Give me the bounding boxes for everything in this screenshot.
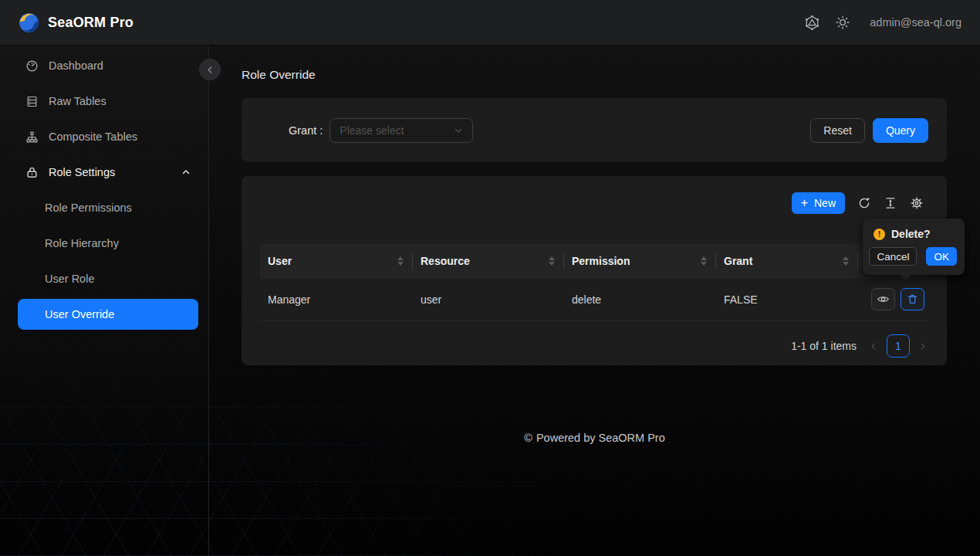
cell-grant: FALSE bbox=[716, 293, 858, 306]
sidebar-subitem-label: User Role bbox=[45, 273, 94, 285]
sidebar-subitem-label: Role Permissions bbox=[45, 202, 132, 214]
pagination-total: 1-1 of 1 items bbox=[791, 340, 857, 352]
popconfirm-title: Delete? bbox=[891, 228, 931, 240]
chevron-up-icon bbox=[181, 168, 191, 177]
view-row-button[interactable] bbox=[871, 288, 895, 310]
cell-user: Manager bbox=[260, 293, 413, 306]
settings-gear-icon[interactable] bbox=[910, 196, 924, 210]
popconfirm-ok-button[interactable]: OK bbox=[926, 247, 957, 266]
table-header-row: User Resource Permission Grant bbox=[260, 243, 928, 279]
reload-icon[interactable] bbox=[857, 196, 871, 210]
reset-button[interactable]: Reset bbox=[810, 118, 865, 143]
delete-popconfirm: ! Delete? Cancel OK bbox=[863, 219, 965, 275]
cell-permission: delete bbox=[564, 293, 716, 306]
pagination: 1-1 of 1 items 1 bbox=[791, 334, 928, 358]
sidebar-item-label: Role Settings bbox=[49, 166, 171, 178]
sidebar-subitem-label: Role Hierarchy bbox=[45, 237, 119, 249]
pagination-prev-icon[interactable] bbox=[868, 342, 880, 351]
brand: SeaORM Pro bbox=[19, 12, 133, 33]
chevron-down-icon bbox=[454, 126, 463, 135]
footer-text: Powered by SeaORM Pro bbox=[536, 432, 665, 444]
grant-filter-label: Grant : bbox=[289, 124, 323, 137]
sorter-icon bbox=[397, 256, 404, 266]
sidebar-subitem-label: User Override bbox=[45, 308, 114, 320]
raw-tables-icon bbox=[25, 95, 39, 108]
sidebar-item-raw-tables[interactable]: Raw Tables bbox=[18, 86, 198, 117]
composite-tables-icon bbox=[25, 131, 39, 144]
page-title: Role Override bbox=[242, 68, 316, 82]
brand-name: SeaORM Pro bbox=[48, 15, 133, 31]
sidebar-item-dashboard[interactable]: Dashboard bbox=[18, 50, 198, 81]
dashboard-icon bbox=[25, 59, 39, 73]
column-header-permission[interactable]: Permission bbox=[564, 243, 716, 279]
top-bar: SeaORM Pro bbox=[0, 0, 980, 46]
pagination-page-1[interactable]: 1 bbox=[887, 334, 910, 358]
delete-row-button[interactable] bbox=[901, 288, 924, 310]
trash-icon bbox=[907, 293, 918, 305]
copyright-icon: © bbox=[524, 432, 532, 444]
results-panel: + New bbox=[242, 176, 947, 365]
user-email[interactable]: admin@sea-ql.org bbox=[870, 16, 961, 29]
sidebar-item-role-hierarchy[interactable]: Role Hierarchy bbox=[18, 228, 198, 259]
top-bar-right: admin@sea-ql.org bbox=[804, 15, 961, 31]
new-button[interactable]: + New bbox=[792, 192, 845, 214]
table-toolbar: + New bbox=[792, 192, 924, 214]
popconfirm-cancel-button[interactable]: Cancel bbox=[869, 247, 917, 266]
table-row: Manager user delete FALSE bbox=[260, 279, 928, 320]
sidebar-item-user-override[interactable]: User Override bbox=[18, 299, 198, 330]
query-button[interactable]: Query bbox=[873, 118, 928, 143]
pagination-next-icon[interactable] bbox=[917, 342, 928, 351]
sidebar-item-composite-tables[interactable]: Composite Tables bbox=[18, 121, 198, 152]
column-header-grant[interactable]: Grant bbox=[716, 243, 858, 279]
lock-icon bbox=[25, 166, 39, 179]
cell-resource: user bbox=[413, 293, 564, 306]
sorter-icon bbox=[549, 256, 555, 266]
sidebar: Dashboard Raw Tables bbox=[0, 46, 209, 556]
column-header-user[interactable]: User bbox=[260, 243, 413, 279]
new-button-label: New bbox=[814, 197, 836, 209]
seaorm-logo-icon bbox=[19, 12, 39, 33]
filter-panel: Grant : Please select Reset Query bbox=[242, 98, 947, 162]
graphql-icon[interactable] bbox=[804, 15, 820, 31]
sidebar-item-label: Composite Tables bbox=[49, 131, 191, 143]
column-height-icon[interactable] bbox=[884, 196, 897, 210]
column-header-resource[interactable]: Resource bbox=[413, 243, 564, 279]
warning-icon: ! bbox=[874, 229, 885, 240]
sidebar-nav: Dashboard Raw Tables bbox=[0, 46, 208, 330]
sidebar-item-role-permissions[interactable]: Role Permissions bbox=[18, 192, 198, 223]
theme-sun-icon[interactable] bbox=[835, 15, 850, 30]
footer: ©Powered by SeaORM Pro bbox=[209, 432, 980, 444]
sorter-icon bbox=[843, 256, 849, 266]
sidebar-item-label: Raw Tables bbox=[49, 95, 191, 107]
cell-actions bbox=[858, 288, 928, 310]
sidebar-item-role-settings[interactable]: Role Settings bbox=[18, 157, 198, 188]
eye-icon bbox=[877, 293, 890, 306]
plus-icon: + bbox=[801, 197, 808, 209]
grant-select[interactable]: Please select bbox=[329, 118, 473, 143]
grant-select-placeholder: Please select bbox=[340, 124, 454, 137]
sidebar-item-label: Dashboard bbox=[49, 59, 191, 72]
app-root: SeaORM Pro bbox=[0, 0, 980, 556]
sidebar-collapse-button[interactable] bbox=[199, 59, 221, 80]
sorter-icon bbox=[701, 256, 707, 266]
chevron-left-icon bbox=[206, 66, 215, 74]
sidebar-item-user-role[interactable]: User Role bbox=[18, 263, 198, 294]
